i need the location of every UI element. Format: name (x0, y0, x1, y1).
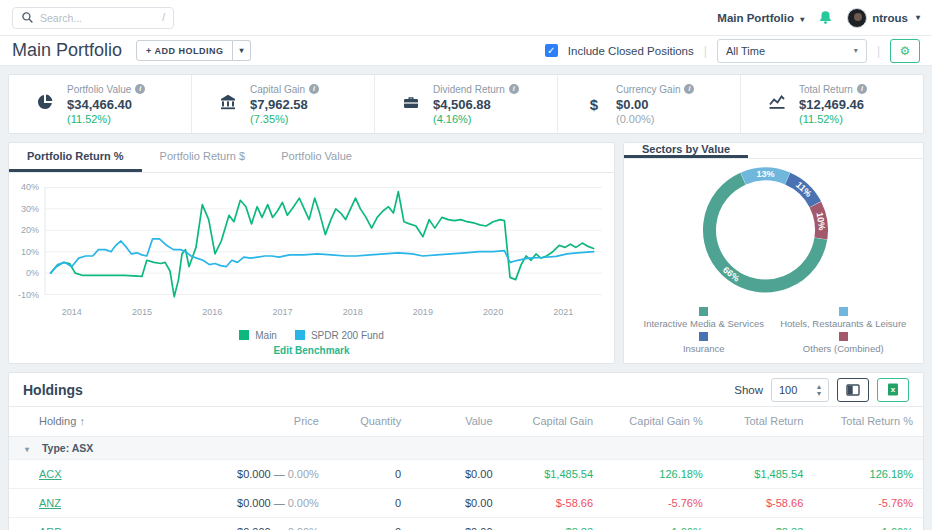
col-quantity[interactable]: Quantity (329, 407, 411, 437)
svg-text:13%: 13% (756, 169, 774, 179)
line-chart-icon (767, 93, 787, 115)
holdings-table: Holding ↑ Price Quantity Value Capital G… (9, 407, 923, 530)
group-row-asx[interactable]: ▾ Type: ASX (9, 437, 923, 460)
search-shortcut-hint: / (162, 12, 165, 23)
svg-text:20%: 20% (21, 225, 39, 235)
search-input[interactable] (40, 12, 162, 24)
legend-label: Interactive Media & Services (644, 318, 764, 329)
show-label: Show (734, 384, 763, 396)
stat-label: Currency Gain (616, 84, 680, 95)
svg-text:-10%: -10% (18, 290, 39, 300)
info-icon[interactable]: i (309, 84, 319, 94)
table-row[interactable]: ACX $0.000—0.00% 0 $0.00 $1,485.54 126.1… (9, 460, 923, 489)
search-box[interactable]: / (12, 7, 174, 29)
holding-link[interactable]: ACX (39, 468, 62, 480)
performance-line-chart[interactable]: 40%30%20%10%0%-10%2014201520162017201820… (9, 173, 614, 327)
legend-label: Others (Combined) (803, 343, 884, 354)
stat-label: Portfolio Value (67, 84, 131, 95)
page-title: Main Portfolio (12, 40, 122, 61)
tab-portfolio-return-pct[interactable]: Portfolio Return % (9, 143, 142, 172)
chevron-down-icon: ▾ (800, 15, 804, 24)
portfolio-switcher[interactable]: Main Portfolio ▾ (717, 12, 804, 24)
chevron-down-icon: ▾ (854, 46, 858, 55)
col-holding[interactable]: Holding ↑ (9, 407, 201, 437)
column-settings-button[interactable] (837, 378, 869, 402)
edit-benchmark-link[interactable]: Edit Benchmark (9, 343, 614, 363)
stat-value: $0.00 (616, 97, 694, 112)
col-total-return[interactable]: Total Return (713, 407, 814, 437)
col-value[interactable]: Value (411, 407, 502, 437)
legend-item-main: Main (239, 330, 277, 341)
legend-item-benchmark: SPDR 200 Fund (295, 330, 384, 341)
table-row[interactable]: ANZ $0.000—0.00% 0 $0.00 $-58.66 -5.76% … (9, 489, 923, 518)
table-row[interactable]: ARP $0.000—0.00% 0 $0.00 $8.33 1.66% $8.… (9, 518, 923, 530)
export-excel-button[interactable]: x (877, 378, 909, 402)
legend-label: Insurance (683, 343, 725, 354)
svg-text:2017: 2017 (272, 307, 292, 317)
sectors-tabs: Sectors by Value (624, 143, 923, 159)
info-icon[interactable]: i (857, 84, 867, 94)
col-total-return-pct[interactable]: Total Return % (813, 407, 923, 437)
stat-portfolio-value: Portfolio Valuei $34,466.40 (11.52%) (9, 75, 191, 133)
chevron-down-icon: ▾ (25, 445, 29, 454)
svg-text:2020: 2020 (483, 307, 503, 317)
stat-dividend-return: Dividend Returni $4,506.88 (4.16%) (374, 75, 557, 133)
svg-text:2015: 2015 (132, 307, 152, 317)
dollar-icon: $ (584, 96, 604, 113)
svg-text:x: x (891, 385, 896, 394)
legend-swatch (295, 330, 305, 340)
legend-item: Hotels, Restaurants & Leisure (774, 307, 914, 329)
tab-portfolio-value[interactable]: Portfolio Value (263, 143, 370, 172)
holding-link[interactable]: ARP (39, 526, 62, 530)
svg-text:10%: 10% (21, 247, 39, 257)
include-closed-checkbox[interactable]: ✓ (545, 44, 558, 57)
top-navbar: / Main Portfolio ▾ ntrous ▾ (0, 0, 932, 36)
page-size-select[interactable]: 100 ▴▾ (771, 378, 829, 402)
gear-icon: ⚙ (900, 44, 911, 58)
username-label: ntrous (872, 12, 908, 24)
page-header: Main Portfolio + ADD HOLDING ▾ ✓ Include… (0, 36, 932, 66)
add-holding-button[interactable]: + ADD HOLDING (136, 40, 233, 61)
add-holding-dropdown-button[interactable]: ▾ (233, 40, 251, 61)
divider: | (877, 44, 880, 58)
columns-icon (846, 384, 860, 396)
stat-currency-gain: $ Currency Gaini $0.00 (0.00%) (557, 75, 740, 133)
user-menu[interactable]: ntrous ▾ (847, 8, 920, 28)
date-range-select[interactable]: All Time ▾ (717, 39, 867, 63)
stat-label: Capital Gain (250, 84, 305, 95)
tab-sectors-by-value[interactable]: Sectors by Value (624, 143, 748, 158)
stat-percent: (7.35%) (250, 113, 319, 125)
table-header-row: Holding ↑ Price Quantity Value Capital G… (9, 407, 923, 437)
legend-label: Main (255, 330, 277, 341)
stat-percent: (11.52%) (67, 113, 145, 125)
portfolio-settings-button[interactable]: ⚙ (890, 39, 920, 63)
chevron-down-icon: ▾ (239, 46, 244, 55)
sectors-donut-chart[interactable]: 13%11%10%66% (624, 159, 923, 305)
tab-portfolio-return-dollar[interactable]: Portfolio Return $ (142, 143, 264, 172)
excel-icon: x (887, 383, 899, 396)
stat-value: $12,469.46 (799, 97, 867, 112)
col-price[interactable]: Price (201, 407, 329, 437)
svg-text:2018: 2018 (343, 307, 363, 317)
holdings-card: Holdings Show 100 ▴▾ x (8, 372, 924, 530)
sectors-legend: Interactive Media & Services Hotels, Res… (624, 305, 923, 363)
legend-item: Insurance (634, 332, 774, 354)
info-icon[interactable]: i (684, 84, 694, 94)
notifications-bell-icon[interactable] (818, 10, 833, 25)
holdings-title: Holdings (23, 382, 83, 398)
legend-swatch (839, 307, 848, 316)
legend-swatch (839, 332, 848, 341)
summary-stats-bar: Portfolio Valuei $34,466.40 (11.52%) Cap… (8, 74, 924, 134)
include-closed-label[interactable]: Include Closed Positions (568, 45, 694, 57)
info-icon[interactable]: i (135, 84, 145, 94)
chart-legend: Main SPDR 200 Fund (9, 327, 614, 343)
legend-label: Hotels, Restaurants & Leisure (780, 318, 906, 329)
svg-text:2019: 2019 (413, 307, 433, 317)
portfolio-switcher-label: Main Portfolio (717, 12, 794, 24)
col-capital-gain-pct[interactable]: Capital Gain % (603, 407, 713, 437)
holding-link[interactable]: ANZ (39, 497, 61, 509)
stat-value: $34,466.40 (67, 97, 145, 112)
info-icon[interactable]: i (509, 84, 519, 94)
col-capital-gain[interactable]: Capital Gain (503, 407, 604, 437)
svg-text:2021: 2021 (553, 307, 573, 317)
